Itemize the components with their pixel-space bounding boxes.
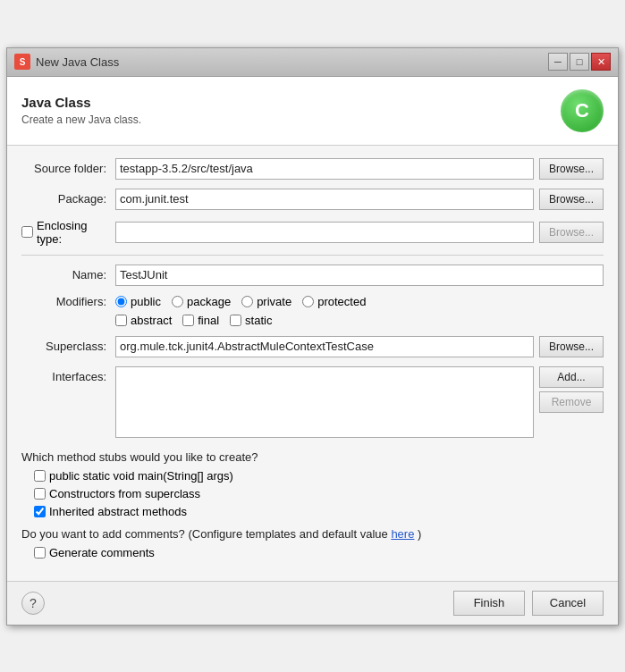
maximize-button[interactable]: □ — [570, 53, 589, 71]
title-bar: S New Java Class ─ □ ✕ — [7, 48, 618, 77]
modifier-final[interactable]: final — [182, 314, 219, 327]
finish-button[interactable]: Finish — [453, 591, 525, 616]
title-bar-left: S New Java Class — [14, 54, 119, 70]
enclosing-type-label: Enclosing type: — [37, 219, 115, 246]
header-text: Java Class Create a new Java class. — [21, 95, 141, 126]
modifier-protected[interactable]: protected — [302, 295, 366, 308]
separator-1 — [21, 255, 604, 256]
enclosing-type-input[interactable] — [115, 222, 534, 243]
package-row: Package: Browse... — [21, 189, 604, 210]
app-icon: S — [14, 54, 30, 70]
modifiers-row: Modifiers: public package private — [21, 295, 604, 327]
interfaces-remove-button[interactable]: Remove — [539, 391, 604, 413]
source-folder-input[interactable] — [115, 158, 534, 180]
enclosing-type-checkbox[interactable] — [21, 226, 33, 238]
form-content: Source folder: Browse... Package: Browse… — [7, 146, 618, 581]
source-folder-field: Browse... — [115, 158, 604, 180]
modifier-package-radio[interactable] — [172, 296, 183, 307]
generate-comments-label[interactable]: Generate comments — [34, 546, 604, 559]
package-browse-button[interactable]: Browse... — [539, 189, 604, 210]
package-input[interactable] — [115, 189, 534, 210]
modifier-checkboxes: abstract final static — [115, 314, 604, 327]
footer-left: ? — [21, 592, 45, 615]
superclass-row: Superclass: Browse... — [21, 336, 604, 357]
stub-main-method[interactable]: public static void main(String[] args) — [34, 469, 604, 483]
comments-section: Do you want to add comments? (Configure … — [21, 527, 604, 559]
header-section: Java Class Create a new Java class. C — [7, 77, 618, 146]
modifiers-radio-group: public package private protected — [115, 295, 366, 308]
modifier-static-checkbox[interactable] — [230, 315, 241, 326]
source-folder-label: Source folder: — [21, 162, 115, 175]
footer: ? Finish Cancel — [7, 581, 618, 625]
name-input[interactable] — [115, 265, 604, 286]
modifiers-inner: Modifiers: public package private — [21, 295, 604, 308]
source-folder-browse-button[interactable]: Browse... — [539, 158, 604, 180]
stubs-checkboxes: public static void main(String[] args) C… — [21, 469, 604, 518]
enclosing-type-field: Browse... — [115, 222, 604, 243]
title-controls: ─ □ ✕ — [548, 53, 611, 71]
comments-question: Do you want to add comments? (Configure … — [21, 527, 604, 541]
stubs-question: Which method stubs would you like to cre… — [21, 450, 604, 464]
modifier-public-radio[interactable] — [115, 296, 127, 307]
stub-constructors-checkbox[interactable] — [34, 488, 46, 500]
modifier-public[interactable]: public — [115, 295, 161, 308]
name-field — [115, 265, 604, 286]
interfaces-add-button[interactable]: Add... — [539, 366, 604, 388]
modifier-abstract[interactable]: abstract — [115, 314, 172, 327]
interfaces-box — [115, 366, 534, 438]
enclosing-type-row: Enclosing type: Browse... — [21, 219, 604, 246]
comments-link[interactable]: here — [391, 527, 414, 541]
stub-constructors[interactable]: Constructors from superclass — [34, 487, 604, 500]
interfaces-buttons: Add... Remove — [539, 366, 604, 413]
dialog-title: New Java Class — [36, 55, 119, 69]
close-button[interactable]: ✕ — [591, 53, 611, 71]
stubs-section: Which method stubs would you like to cre… — [21, 450, 604, 518]
modifier-private[interactable]: private — [241, 295, 291, 308]
stub-main-checkbox[interactable] — [34, 470, 46, 482]
stub-inherited[interactable]: Inherited abstract methods — [34, 505, 604, 518]
minimize-button[interactable]: ─ — [548, 53, 568, 71]
enclosing-type-browse-button[interactable]: Browse... — [539, 222, 604, 243]
package-label: Package: — [21, 192, 115, 206]
java-class-icon: C — [561, 89, 604, 132]
footer-right: Finish Cancel — [453, 591, 604, 616]
superclass-label: Superclass: — [21, 340, 115, 353]
enclosing-type-check-label: Enclosing type: — [21, 219, 115, 246]
cancel-button[interactable]: Cancel — [532, 591, 604, 616]
superclass-input[interactable] — [115, 336, 534, 357]
interfaces-section: Interfaces: Add... Remove — [21, 366, 604, 438]
name-label: Name: — [21, 268, 115, 281]
package-field: Browse... — [115, 189, 604, 210]
name-row: Name: — [21, 265, 604, 286]
modifier-abstract-checkbox[interactable] — [115, 315, 127, 326]
superclass-browse-button[interactable]: Browse... — [539, 336, 604, 357]
generate-comments-text: Generate comments — [49, 546, 155, 559]
modifier-package[interactable]: package — [172, 295, 231, 308]
modifiers-label: Modifiers: — [21, 295, 115, 308]
modifier-static[interactable]: static — [230, 314, 272, 327]
generate-comments-checkbox[interactable] — [34, 547, 46, 559]
modifier-protected-radio[interactable] — [302, 296, 314, 307]
help-button[interactable]: ? — [21, 592, 45, 615]
source-folder-row: Source folder: Browse... — [21, 158, 604, 180]
modifier-private-radio[interactable] — [241, 296, 253, 307]
header-subtitle: Create a new Java class. — [21, 113, 141, 126]
stub-inherited-checkbox[interactable] — [34, 506, 46, 517]
header-title: Java Class — [21, 95, 141, 110]
modifier-final-checkbox[interactable] — [182, 315, 194, 326]
superclass-field: Browse... — [115, 336, 604, 357]
new-java-class-dialog: S New Java Class ─ □ ✕ Java Class Create… — [6, 47, 619, 626]
interfaces-label: Interfaces: — [21, 370, 115, 383]
comments-check-row: Generate comments — [21, 546, 604, 559]
